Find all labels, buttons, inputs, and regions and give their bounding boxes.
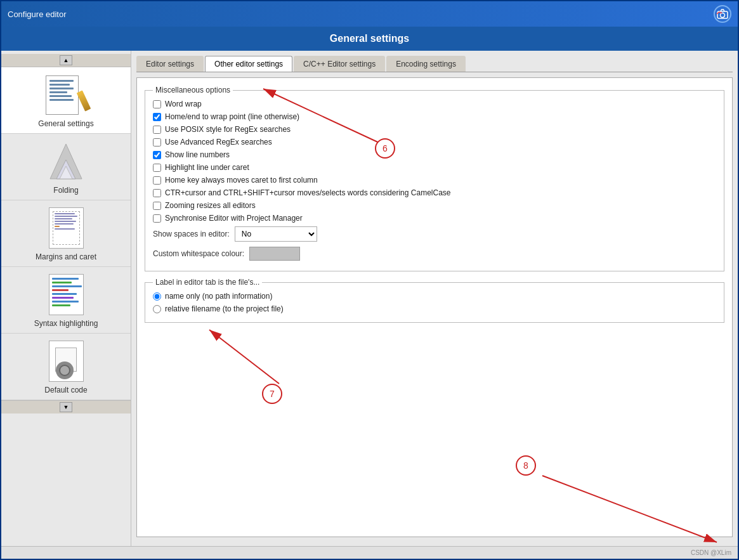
highlight-caret-checkbox[interactable]	[153, 164, 161, 172]
posix-regex-label: Use POSIX style for RegEx searches	[165, 125, 291, 134]
sidebar-scroll-up-btn[interactable]: ▲	[60, 55, 72, 65]
advanced-regex-label: Use Advanced RegEx searches	[165, 138, 272, 147]
sidebar-item-label-general: General settings	[38, 119, 93, 128]
show-spaces-select[interactable]: No Yes Leading Trailing	[235, 226, 317, 242]
word-wrap-label: Word wrap	[165, 100, 202, 108]
advanced-regex-option: Use Advanced RegEx searches	[153, 138, 716, 147]
ctrl-cursor-checkbox[interactable]	[153, 189, 161, 197]
sidebar-item-label-folding: Folding	[53, 186, 78, 195]
show-spaces-label: Show spaces in editor:	[153, 230, 230, 238]
advanced-regex-checkbox[interactable]	[153, 138, 161, 147]
syntax-icon	[41, 272, 91, 316]
window-control-btn[interactable]	[714, 5, 731, 23]
home-end-wrap-checkbox[interactable]	[153, 113, 161, 121]
annotation-8: 8	[516, 455, 536, 476]
show-spaces-row: Show spaces in editor: No Yes Leading Tr…	[153, 226, 716, 242]
home-key-label: Home key always moves caret to first col…	[165, 176, 318, 185]
main-content: ▲	[1, 51, 738, 546]
margins-icon	[41, 205, 91, 250]
sidebar: ▲	[1, 51, 131, 546]
tab-other-editor-settings[interactable]: Other editor settings	[205, 56, 292, 72]
relative-filename-label: relative filename (to the project file)	[165, 304, 284, 313]
title-bar: Configure editor	[1, 1, 738, 27]
sidebar-scroll-down-btn[interactable]: ▼	[60, 402, 72, 412]
sidebar-item-general-settings[interactable]: General settings	[1, 67, 131, 134]
posix-regex-checkbox[interactable]	[153, 126, 161, 134]
sidebar-item-syntax[interactable]: Syntax highlighting	[1, 267, 131, 334]
settings-panel: Miscellaneous options Word wrap Home/end…	[136, 77, 733, 537]
relative-filename-radio[interactable]	[153, 305, 161, 313]
zoom-resizes-option: Zooming resizes all editors	[153, 201, 716, 210]
highlight-caret-label: Highlight line under caret	[165, 163, 249, 172]
content-panel: Editor settings Other editor settings C/…	[131, 51, 738, 546]
sync-project-label: Synchronise Editor with Project Manager	[165, 214, 303, 223]
whitespace-color-swatch[interactable]	[249, 247, 300, 261]
sidebar-item-label-default-code: Default code	[44, 386, 87, 394]
tab-label-section: Label in editor tab is the file's...	[153, 278, 262, 287]
highlight-caret-option: Highlight line under caret	[153, 163, 716, 172]
sidebar-item-margins[interactable]: Margins and caret	[1, 200, 131, 267]
title-bar-buttons	[714, 5, 731, 23]
bottom-bar: CSDN @XLim	[1, 546, 738, 559]
sync-project-checkbox[interactable]	[153, 214, 161, 223]
custom-whitespace-row: Custom whitespace colour:	[153, 247, 716, 261]
name-only-label: name only (no path information)	[165, 292, 272, 301]
home-end-wrap-option: Home/end to wrap point (line otherwise)	[153, 112, 716, 121]
default-code-icon	[41, 339, 91, 383]
show-line-numbers-option: Show line numbers	[153, 150, 716, 159]
posix-regex-option: Use POSIX style for RegEx searches	[153, 125, 716, 134]
relative-filename-option: relative filename (to the project file)	[153, 304, 716, 313]
svg-point-1	[721, 13, 725, 18]
tabs-bar: Editor settings Other editor settings C/…	[136, 56, 733, 72]
name-only-option: name only (no path information)	[153, 292, 716, 301]
annotation-6: 6	[375, 138, 395, 159]
show-line-numbers-checkbox[interactable]	[153, 151, 161, 159]
camera-icon	[716, 8, 729, 20]
tab-cpp-editor-settings[interactable]: C/C++ Editor settings	[294, 56, 385, 72]
word-wrap-checkbox[interactable]	[153, 100, 161, 108]
home-key-checkbox[interactable]	[153, 176, 161, 185]
window-title: Configure editor	[8, 10, 67, 19]
zoom-resizes-label: Zooming resizes all editors	[165, 201, 256, 210]
custom-whitespace-label: Custom whitespace colour:	[153, 249, 244, 258]
sync-project-option: Synchronise Editor with Project Manager	[153, 214, 716, 223]
sidebar-item-folding[interactable]: Folding	[1, 134, 131, 200]
ctrl-cursor-label: CTR+cursor and CTRL+SHIFT+cursor moves/s…	[165, 188, 451, 197]
misc-section-label: Miscellaneous options	[153, 86, 233, 94]
home-end-wrap-label: Home/end to wrap point (line otherwise)	[165, 112, 299, 121]
ctrl-cursor-option: CTR+cursor and CTRL+SHIFT+cursor moves/s…	[153, 188, 716, 197]
name-only-radio[interactable]	[153, 292, 161, 301]
annotation-7: 7	[262, 384, 282, 404]
sidebar-item-default-code[interactable]: Default code	[1, 334, 131, 400]
watermark: CSDN @XLim	[691, 549, 731, 556]
home-key-option: Home key always moves caret to first col…	[153, 176, 716, 185]
page-title: General settings	[330, 33, 409, 44]
page-header: General settings	[1, 27, 738, 51]
sidebar-item-label-syntax: Syntax highlighting	[34, 319, 98, 328]
sidebar-item-label-margins: Margins and caret	[36, 252, 96, 261]
folding-icon	[41, 139, 91, 183]
zoom-resizes-checkbox[interactable]	[153, 202, 161, 210]
tab-editor-settings[interactable]: Editor settings	[136, 56, 204, 72]
tab-encoding-settings[interactable]: Encoding settings	[386, 56, 466, 72]
general-settings-icon	[41, 72, 91, 117]
word-wrap-option: Word wrap	[153, 100, 716, 108]
show-line-numbers-label: Show line numbers	[165, 150, 230, 159]
